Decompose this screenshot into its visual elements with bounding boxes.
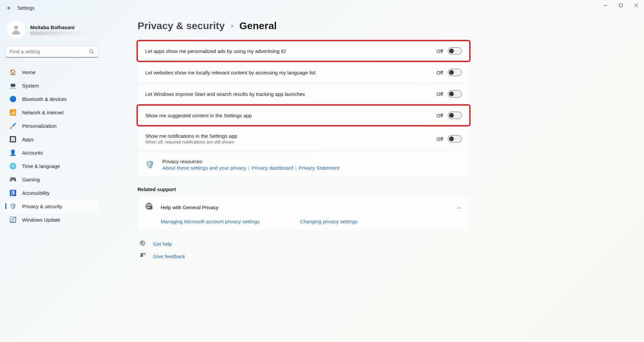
- setting-subtitle: When off, required notifications are sti…: [145, 139, 237, 145]
- nav-label: Accounts: [22, 150, 43, 156]
- close-button[interactable]: [629, 0, 644, 11]
- svg-rect-14: [143, 253, 145, 255]
- profile-block[interactable]: Moitaba Bolhasani: [5, 19, 99, 46]
- nav-label: Home: [22, 69, 36, 75]
- nav-icon: 🖌️: [9, 122, 16, 129]
- nav-icon: 🔲: [9, 136, 16, 142]
- nav-label: Gaming: [22, 177, 40, 182]
- setting-title: Show me notifications in the Settings ap…: [145, 133, 237, 139]
- nav-icon: ♿: [9, 189, 16, 196]
- svg-line-12: [143, 243, 144, 244]
- titlebar: Settings: [0, 0, 644, 16]
- help-links: Managing Microsoft account privacy setti…: [145, 212, 462, 224]
- nav-item-gaming[interactable]: 🎮Gaming: [5, 173, 99, 186]
- avatar: [7, 20, 25, 39]
- profile-name: Moitaba Bolhasani: [30, 24, 87, 30]
- svg-line-6: [92, 52, 94, 54]
- toggle-state-label: Off: [436, 91, 443, 97]
- svg-point-5: [90, 50, 93, 53]
- setting-title: Let apps show me personalized ads by usi…: [145, 48, 286, 54]
- setting-title: Show me suggested content in the Setting…: [145, 113, 252, 118]
- shield-icon: 🛡️: [145, 160, 154, 169]
- setting-title: Let Windows improve Start and search res…: [145, 91, 305, 97]
- nav-item-bluetooth-devices[interactable]: 🔵Bluetooth & devices: [5, 93, 99, 105]
- nav-item-accounts[interactable]: 👤Accounts: [5, 146, 99, 159]
- back-button[interactable]: [3, 1, 16, 15]
- nav-item-accessibility[interactable]: ♿Accessibility: [5, 186, 99, 199]
- maximize-button[interactable]: [613, 0, 629, 11]
- chevron-right-icon: ›: [231, 21, 233, 30]
- nav-icon: 🛡️: [9, 203, 16, 210]
- minimize-icon: [603, 3, 607, 7]
- get-help-label: Get help: [153, 241, 172, 247]
- svg-point-13: [141, 253, 143, 255]
- toggle-switch[interactable]: [448, 47, 462, 55]
- nav-label: Privacy & security: [22, 204, 62, 209]
- toggle-switch[interactable]: [448, 90, 462, 98]
- breadcrumb-current: General: [239, 20, 277, 32]
- toggle-switch[interactable]: [448, 69, 462, 76]
- maximize-icon: [619, 3, 623, 7]
- nav-label: System: [22, 83, 39, 89]
- nav-item-windows-update[interactable]: 🔄Windows Update: [5, 213, 99, 226]
- profile-email-redacted: [30, 32, 87, 35]
- minimize-button[interactable]: [598, 0, 613, 11]
- svg-text:?: ?: [151, 207, 152, 209]
- nav-label: Accessibility: [22, 190, 50, 196]
- nav-list: 🏠Home💻System🔵Bluetooth & devices📶Network…: [5, 66, 99, 226]
- help-link[interactable]: Managing Microsoft account privacy setti…: [161, 219, 260, 224]
- setting-row: Let Windows improve Start and search res…: [138, 84, 470, 104]
- nav-item-privacy-security[interactable]: 🛡️Privacy & security: [5, 200, 99, 213]
- search-icon: [89, 49, 94, 54]
- nav-item-apps[interactable]: 🔲Apps: [5, 133, 99, 146]
- toggle-state-label: Off: [436, 70, 443, 75]
- nav-label: Apps: [22, 136, 34, 142]
- nav-item-time-language[interactable]: 🌐Time & language: [5, 160, 99, 172]
- toggle-state-label: Off: [436, 136, 443, 142]
- nav-item-personalization[interactable]: 🖌️Personalization: [5, 119, 99, 132]
- nav-label: Bluetooth & devices: [22, 96, 67, 102]
- app-title: Settings: [17, 5, 35, 11]
- resource-link[interactable]: About these settings and your privacy: [162, 165, 246, 171]
- help-card[interactable]: ? Help with General Privacy ︿ Managing M…: [138, 196, 470, 231]
- help-link[interactable]: Changing privacy settings: [300, 219, 358, 224]
- setting-row: Let websites show me locally relevant co…: [138, 62, 470, 82]
- search-input[interactable]: [10, 49, 89, 54]
- settings-list: Let apps show me personalized ads by usi…: [138, 41, 470, 151]
- person-icon: [10, 23, 22, 36]
- footer-links: Get help Give feedback: [138, 240, 633, 260]
- search-box[interactable]: [5, 46, 99, 58]
- related-support-header: Related support: [138, 186, 633, 192]
- nav-item-home[interactable]: 🏠Home: [5, 66, 99, 78]
- feedback-icon: [140, 252, 146, 260]
- setting-title: Let websites show me locally relevant co…: [145, 70, 316, 75]
- nav-icon: 👤: [9, 149, 16, 156]
- chevron-up-icon: ︿: [457, 204, 462, 211]
- nav-item-system[interactable]: 💻System: [5, 79, 99, 92]
- resources-links: About these settings and your privacy|Pr…: [162, 165, 339, 171]
- help-title: Help with General Privacy: [161, 205, 219, 210]
- nav-item-network-internet[interactable]: 📶Network & internet: [5, 106, 99, 119]
- nav-icon: 💻: [9, 82, 16, 89]
- breadcrumb-parent[interactable]: Privacy & security: [138, 20, 225, 32]
- toggle-switch[interactable]: [448, 112, 462, 119]
- give-feedback-label: Give feedback: [153, 253, 185, 259]
- resource-link[interactable]: Privacy dashboard: [252, 165, 293, 171]
- resources-title: Privacy resources: [162, 159, 339, 164]
- nav-icon: 🌐: [9, 163, 16, 169]
- nav-label: Network & internet: [22, 110, 63, 115]
- svg-point-11: [141, 242, 143, 243]
- nav-icon: 🎮: [9, 176, 16, 183]
- get-help-link[interactable]: Get help: [140, 240, 633, 248]
- setting-row: Let apps show me personalized ads by usi…: [138, 41, 470, 61]
- breadcrumb: Privacy & security › General: [138, 20, 633, 32]
- privacy-resources-card: 🛡️ Privacy resources About these setting…: [138, 152, 470, 177]
- nav-icon: 🔵: [9, 96, 16, 102]
- give-feedback-link[interactable]: Give feedback: [140, 252, 633, 260]
- nav-icon: 🏠: [9, 69, 16, 75]
- toggle-switch[interactable]: [448, 135, 462, 142]
- setting-row: Show me notifications in the Settings ap…: [138, 127, 470, 151]
- resource-link[interactable]: Privacy Statement: [299, 165, 339, 171]
- toggle-state-label: Off: [436, 113, 443, 118]
- globe-help-icon: ?: [145, 203, 153, 212]
